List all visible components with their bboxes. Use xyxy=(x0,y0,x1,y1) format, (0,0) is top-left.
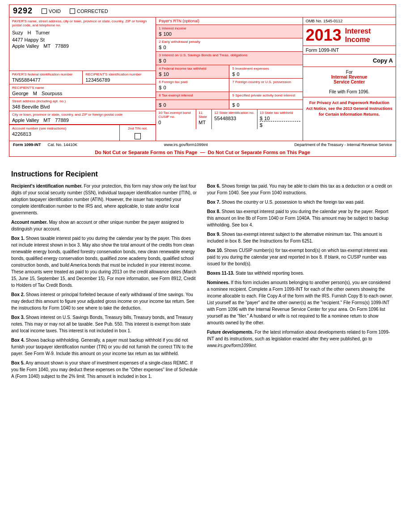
inst-para-recipient-id: Recipient's identification number. For y… xyxy=(11,183,198,216)
account-value: 4226813 xyxy=(12,131,31,137)
form-id-row: Form 1099-INT xyxy=(303,46,396,54)
box9-label-section: 9 Specified private activity bond intere… xyxy=(229,92,302,100)
do-not-cut-row: Do Not Cut or Separate Forms on This Pag… xyxy=(9,148,396,156)
box4-value: 10 xyxy=(163,71,169,77)
form-container: 9292 VOID CORRECTED PAYER'S name, street… xyxy=(9,4,396,157)
box8-value-row: $ 0 xyxy=(159,102,226,108)
corrected-checkbox-item: CORRECTED xyxy=(70,8,108,14)
box6-dollar: $ xyxy=(159,85,161,90)
recipient-first: George xyxy=(12,91,29,96)
payer-rtn-row: Payer's RTN (optional) xyxy=(156,17,302,25)
box4-label: 4 Federal income tax withheld xyxy=(159,67,226,71)
inst-para-nominees: Nominees. If this form includes amounts … xyxy=(207,279,394,326)
top-header: 9292 VOID CORRECTED xyxy=(9,5,396,17)
middle-section: Payer's RTN (optional) 1 Interest income… xyxy=(156,17,303,141)
box8-value-section: $ 0 xyxy=(156,100,229,109)
box12-section: 12 State identification no. 55448833 xyxy=(212,109,257,129)
inst-para-box1: Box 1. Shows taxable interest paid to yo… xyxy=(11,235,198,289)
inst-bold-box9: Box 9. xyxy=(207,232,220,237)
payer-fed-id: TN55884477 xyxy=(12,77,41,83)
box4-section: 4 Federal income tax withheld $ 10 xyxy=(156,65,229,78)
payer-fed-id-label: PAYER'S federal identification number xyxy=(12,72,80,76)
omb-label: OMB No. 1545-0112 xyxy=(306,19,343,23)
box3-section: 3 Interest on U.S. Savings Bonds and Tre… xyxy=(156,52,302,65)
void-corrected-row: VOID CORRECTED xyxy=(42,8,108,14)
void-checkbox[interactable] xyxy=(42,8,47,14)
payer-middle: H xyxy=(27,30,31,35)
footer-center: www.irs.gov/form1099int xyxy=(164,142,208,147)
street-section: Street address (including apt. no.) 348 … xyxy=(9,98,156,111)
box9-dollar: $ xyxy=(232,102,235,108)
box11-section: 11 State MT xyxy=(196,109,212,129)
box3-dollar: $ xyxy=(159,58,161,63)
footer-dept: Department of the Treasury - Internal Re… xyxy=(294,142,392,147)
inst-website-suffix: . xyxy=(256,343,257,348)
tin-box: 2nd TIN not. xyxy=(120,125,156,141)
income-title: Interest Income xyxy=(345,27,393,44)
form-id: Form 1099-INT xyxy=(306,47,339,53)
recipient-id-label: RECIPIENT'S identification number xyxy=(85,72,153,76)
box5-value-row: $ 0 xyxy=(232,71,300,77)
tin-checkbox[interactable] xyxy=(135,133,141,139)
box9-value: 0 xyxy=(237,102,240,108)
inst-website: www.irs.gov/form1099int xyxy=(207,343,256,348)
box8-label: 8 Tax-exempt interest xyxy=(159,93,226,97)
box8-label-section: 8 Tax-exempt interest xyxy=(156,92,229,100)
inst-para-box9: Box 9. Shows tax-exempt interest subject… xyxy=(207,231,394,244)
instructions-columns: Recipient's identification number. For y… xyxy=(11,183,394,382)
recipient-city: Apple Valley xyxy=(12,117,39,123)
box5-dollar: $ xyxy=(232,71,235,77)
recipient-middle: M xyxy=(33,91,37,96)
box45-row: 4 Federal income tax withheld $ 10 5 Inv… xyxy=(156,65,302,79)
inst-para-box5: Box 5. Any amount shown is your share of… xyxy=(11,360,198,380)
for-label: For xyxy=(346,70,353,75)
city-label: City or town, province or state, country… xyxy=(12,113,153,117)
box13-value-row: $ 10 xyxy=(260,116,300,121)
street-label: Street address (including apt. no.) xyxy=(12,99,153,103)
inst-para-box7: Box 7. Shows the country or U.S. possess… xyxy=(207,199,394,205)
box2-dollar: $ xyxy=(159,45,161,50)
instructions-left-col: Recipient's identification number. For y… xyxy=(11,183,198,382)
box4-value-row: $ 10 xyxy=(159,71,226,77)
inst-para-boxes11-13: Boxes 11-13. State tax withheld reportin… xyxy=(207,270,394,276)
payer-section-label: PAYER'S name, street address, city or to… xyxy=(12,19,153,27)
inst-bold-recipient-id: Recipient's identification number. xyxy=(11,184,83,189)
payer-city: Apple Valley xyxy=(12,43,39,49)
instructions-title: Instructions for Recipient xyxy=(11,170,394,178)
right-section: OMB No. 1545-0112 2013 Interest Income F… xyxy=(303,17,396,141)
box13-dollar: $ xyxy=(260,116,262,121)
footer-left: Form 1099-INT Cat. No. 14410K xyxy=(13,142,77,147)
inst-para-future: Future developments. For the latest info… xyxy=(207,329,394,349)
void-checkbox-item: VOID xyxy=(42,8,61,14)
copy-a-section: Copy A xyxy=(303,54,396,67)
box8-dollar: $ xyxy=(159,102,161,108)
box10-value: 0 xyxy=(158,120,161,125)
inst-bold-box7: Box 7. xyxy=(207,200,220,205)
recipient-id: 123456789 xyxy=(85,77,110,83)
inst-para-account: Account number. May show an account or o… xyxy=(11,219,198,232)
payer-box: PAYER'S name, street address, city or to… xyxy=(9,17,156,71)
payer-zip: 77889 xyxy=(55,43,69,49)
box3-label: 3 Interest on U.S. Savings Bonds and Tre… xyxy=(159,53,300,57)
box89-values-row: $ 0 $ 0 xyxy=(156,100,302,109)
footer-cat: Cat. No. 14410K xyxy=(48,142,78,147)
box3-value: 0 xyxy=(163,58,166,63)
inst-para-box4: Box 4. Shows backup withholding. General… xyxy=(11,337,198,357)
inst-bold-future: Future developments. xyxy=(207,330,253,335)
city-section: City or town, province or state, country… xyxy=(9,111,156,125)
account-box: Account number (see instructions) 422681… xyxy=(9,125,120,141)
corrected-label: CORRECTED xyxy=(77,8,108,14)
box9-value-section: $ 0 xyxy=(229,100,302,109)
payer-state: MT xyxy=(43,43,51,49)
payer-rtn-label: Payer's RTN (optional) xyxy=(159,19,199,23)
inst-bold-box1: Box 1. xyxy=(11,236,25,241)
box6-value-row: $ 0 xyxy=(159,85,226,90)
street-value: 348 Beeville Blvd xyxy=(12,104,50,109)
instructions-section: Instructions for Recipient Recipient's i… xyxy=(9,170,396,382)
box89-labels-row: 8 Tax-exempt interest 9 Specified privat… xyxy=(156,92,302,100)
footer-website: www.irs.gov/form1099int xyxy=(164,142,208,147)
box9-label: 9 Specified private activity bond intere… xyxy=(232,93,300,97)
box6-label: 6 Foreign tax paid xyxy=(159,80,226,84)
corrected-checkbox[interactable] xyxy=(70,8,75,14)
recipient-name-row: George M Sourpuss xyxy=(12,91,153,96)
